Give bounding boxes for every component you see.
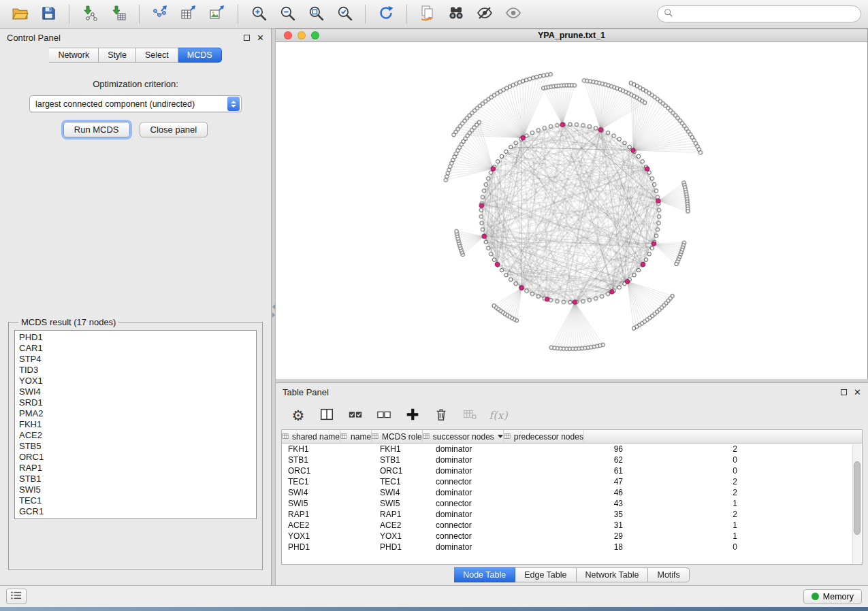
refresh-button[interactable] [373,3,399,26]
mcds-result-node[interactable]: SRD1 [19,397,252,408]
mcds-result-node[interactable]: PHD1 [19,332,252,343]
close-panel-icon[interactable]: ✕ [257,33,264,42]
cell-name: SWI5 [374,499,430,508]
mcds-result-node[interactable]: FKH1 [19,419,252,430]
delete-column-button[interactable] [430,404,453,426]
cell-mcds-role: dominator [430,466,532,476]
control-panel-tab[interactable]: Network [49,48,99,63]
export-table-button[interactable] [176,3,202,26]
table-row[interactable]: TEC1 TEC1 connector 47 2 [282,476,862,487]
clone-network-button[interactable] [415,3,440,26]
run-mcds-button[interactable]: Run MCDS [63,122,130,137]
optimization-criterion-label: Optimization criterion: [0,79,271,89]
table-panel-tab[interactable]: Edge Table [515,567,576,582]
export-network-button[interactable] [147,3,173,26]
table-row[interactable]: SWI5 SWI5 connector 43 1 [282,498,862,509]
mcds-result-node[interactable]: STP4 [19,354,252,365]
splitter-handle[interactable] [272,302,276,320]
mcds-result-node[interactable]: SWI5 [19,484,252,495]
mcds-result-node[interactable]: SWI4 [19,386,252,397]
mcds-result-node[interactable]: STB5 [19,441,252,452]
table-column-header[interactable]: name [340,430,372,443]
add-column-button[interactable] [401,404,424,426]
zoom-fit-button[interactable] [303,3,329,26]
table-column-header[interactable]: MCDS role [372,430,423,443]
table-panel: Table Panel ✕ ⚙ [276,382,868,585]
table-row[interactable]: YOX1 YOX1 connector 29 1 [282,531,862,542]
import-table-button[interactable] [106,3,131,26]
column-chooser-button[interactable] [315,404,338,426]
mcds-result-node[interactable]: TEC1 [19,495,252,506]
hide-details-button[interactable] [472,3,498,26]
search-network-button[interactable] [443,3,469,26]
memory-button[interactable]: Memory [803,589,862,604]
zoom-selected-button[interactable] [332,3,357,26]
table-row[interactable]: ACE2 ACE2 connector 31 1 [282,520,862,531]
control-panel-tab[interactable]: MCDS [178,48,222,63]
export-network-icon [152,5,168,23]
mcds-result-node[interactable]: ORC1 [19,452,252,463]
close-table-panel-icon[interactable]: ✕ [854,388,861,397]
open-session-button[interactable] [7,3,33,26]
window-close-icon[interactable] [284,31,292,39]
vertical-splitter[interactable] [272,29,276,585]
table-panel-tab[interactable]: Motifs [648,567,689,582]
table-column-header[interactable]: successor nodes [423,430,504,443]
deselect-all-rows-button[interactable] [372,404,396,426]
fx-icon: f(x) [489,409,507,422]
cell-mcds-role: dominator [430,455,532,465]
cell-name: TEC1 [374,477,430,486]
close-panel-button[interactable]: Close panel [140,122,208,137]
select-stepper-icon [227,97,240,111]
table-scrollbar[interactable] [852,444,861,563]
import-network-button[interactable] [77,3,103,26]
mcds-result-node[interactable]: STB1 [19,474,252,484]
network-canvas[interactable] [276,42,867,380]
zoom-out-button[interactable] [274,3,300,26]
mcds-result-node[interactable]: ACE2 [19,430,252,441]
float-panel-icon[interactable] [244,35,250,41]
mcds-result-node[interactable]: RAP1 [19,463,252,474]
cell-predecessor-nodes: 2 [632,477,747,486]
clone-document-icon [419,5,436,23]
mcds-result-node[interactable]: GCR1 [19,506,252,517]
delete-table-button[interactable] [458,404,481,426]
table-row[interactable]: SWI4 SWI4 dominator 46 2 [282,487,862,498]
save-session-button[interactable] [35,3,61,26]
mcds-result-node[interactable]: PMA2 [19,408,252,419]
cell-predecessor-nodes: 2 [632,444,747,454]
zoom-selected-icon [336,5,353,24]
show-details-button[interactable] [500,3,526,26]
table-row[interactable]: RAP1 RAP1 dominator 35 2 [282,509,862,520]
window-maximize-icon[interactable] [311,31,319,39]
float-table-panel-icon[interactable] [841,389,847,395]
mcds-result-node[interactable]: YOX1 [19,376,252,386]
table-column-header[interactable]: shared name [282,430,340,443]
table-row[interactable]: PHD1 PHD1 dominator 18 0 [282,542,862,552]
table-scrollbar-thumb[interactable] [854,461,861,535]
function-builder-button[interactable]: f(x) [487,404,510,426]
criterion-select[interactable]: largest connected component (undirected) [29,95,242,112]
zoom-out-icon [279,5,296,24]
zoom-in-button[interactable] [246,3,272,26]
search-icon [664,8,673,20]
select-all-rows-button[interactable] [344,404,367,426]
table-panel-tab[interactable]: Node Table [454,567,515,582]
table-panel-tab[interactable]: Network Table [577,567,649,582]
task-history-button[interactable] [6,589,27,604]
mcds-result-node[interactable]: CAR1 [19,343,252,354]
export-image-button[interactable] [204,3,230,26]
control-panel-tab[interactable]: Select [136,48,178,63]
table-settings-button[interactable]: ⚙ [287,404,310,426]
table-row[interactable]: ORC1 ORC1 dominator 61 0 [282,465,862,476]
table-column-header[interactable]: predecessor nodes [504,430,584,443]
mcds-result-group: MCDS result (17 nodes) PHD1 CAR1 STP4 TI… [8,317,263,570]
table-row[interactable]: FKH1 FKH1 dominator 96 2 [282,444,862,455]
cell-predecessor-nodes: 1 [632,521,747,530]
search-input[interactable] [677,10,854,19]
control-panel-tab[interactable]: Style [99,48,136,63]
table-row[interactable]: STB1 STB1 dominator 62 0 [282,455,862,465]
cell-successor-nodes: 96 [532,444,632,454]
window-minimize-icon[interactable] [298,31,306,39]
mcds-result-node[interactable]: TID3 [19,365,252,376]
